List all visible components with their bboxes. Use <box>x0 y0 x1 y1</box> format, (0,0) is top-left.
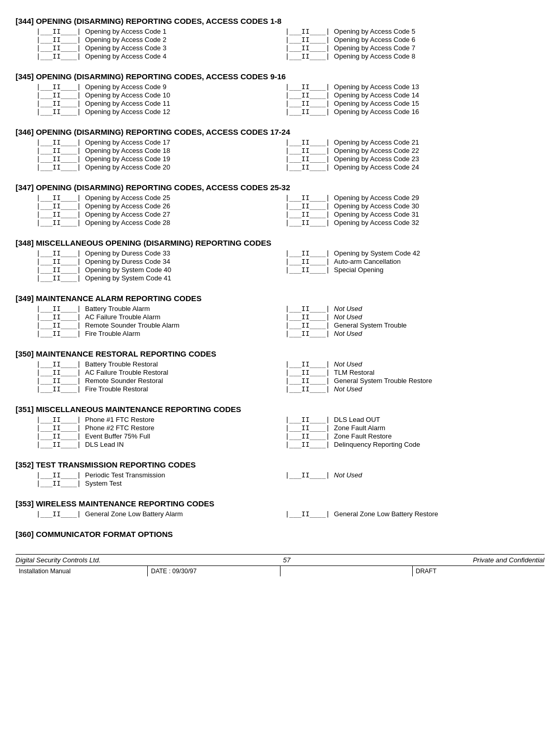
col-right: |___II____|TLM Restoral <box>285 369 534 376</box>
code-box-right: |___II____| <box>285 210 330 218</box>
section-body-350: |___II____|Battery Trouble Restoral|___I… <box>36 360 544 393</box>
entry-label-right: Opening by System Code 42 <box>334 249 420 257</box>
code-box-left: |___II____| <box>36 424 81 432</box>
entry-label-left: General Zone Low Battery Alarm <box>85 510 183 518</box>
table-row: |___II____|Opening by Access Code 11|___… <box>36 100 544 107</box>
section-title-345: [345] OPENING (DISARMING) REPORTING CODE… <box>16 72 544 81</box>
col-right: |___II____|General System Trouble Restor… <box>285 377 534 385</box>
code-box-left: |___II____| <box>36 258 81 265</box>
table-row: |___II____|Opening by Duress Code 33|___… <box>36 249 544 257</box>
code-box-right: |___II____| <box>285 258 330 265</box>
code-box-left: |___II____| <box>36 108 81 116</box>
entry-label-left: Opening by Access Code 19 <box>85 155 170 163</box>
code-box-right: |___II____| <box>285 194 330 202</box>
section-title-344: [344] OPENING (DISARMING) REPORTING CODE… <box>16 17 544 25</box>
col-right: |___II____|General System Trouble <box>285 321 534 329</box>
col-right: |___II____|DLS Lead OUT <box>285 416 534 423</box>
code-box-left: |___II____| <box>36 147 81 154</box>
col-right: |___II____|Opening by Access Code 31 <box>285 210 534 218</box>
section-body-344: |___II____|Opening by Access Code 1|___I… <box>36 27 544 60</box>
col-right: |___II____|Not Used <box>285 471 534 479</box>
table-row: |___II____|Opening by System Code 40|___… <box>36 266 544 274</box>
code-box-right: |___II____| <box>285 91 330 99</box>
footer-spacer-cell <box>281 566 413 576</box>
col-left: |___II____|Opening by Access Code 19 <box>36 155 285 163</box>
table-row: |___II____|System Test <box>36 479 544 487</box>
footer-confidential: Private and Confidential <box>473 556 544 564</box>
entry-label-right: Not Used <box>334 313 362 321</box>
section-body-346: |___II____|Opening by Access Code 17|___… <box>36 138 544 171</box>
entry-label-left: Remote Sounder Restoral <box>85 377 163 385</box>
entry-label-right: Opening by Access Code 13 <box>334 83 419 91</box>
footer-top: Digital Security Controls Ltd.57Private … <box>16 555 544 565</box>
entry-label-left: Opening by Access Code 26 <box>85 202 170 210</box>
table-row: |___II____|Remote Sounder Restoral|___II… <box>36 377 544 385</box>
table-row: |___II____|Opening by Access Code 10|___… <box>36 91 544 99</box>
entry-label-right: Opening by Access Code 32 <box>334 219 419 227</box>
section-title-349: [349] MAINTENANCE ALARM REPORTING CODES <box>16 294 544 303</box>
code-box-left: |___II____| <box>36 138 81 146</box>
entry-label-right: Opening by Access Code 16 <box>334 108 419 116</box>
code-box-left: |___II____| <box>36 163 81 171</box>
col-right: |___II____|Opening by Access Code 13 <box>285 83 534 91</box>
entry-label-right: Auto-arm Cancellation <box>334 258 401 265</box>
col-left: |___II____|Opening by Access Code 17 <box>36 138 285 146</box>
entry-label-right: Delinquency Reporting Code <box>334 441 420 448</box>
entry-label-right: Opening by Access Code 29 <box>334 194 419 202</box>
table-row: |___II____|Opening by Access Code 28|___… <box>36 219 544 227</box>
table-row: |___II____|Opening by Access Code 17|___… <box>36 138 544 146</box>
col-right: |___II____|Opening by Access Code 21 <box>285 138 534 146</box>
section-body-349: |___II____|Battery Trouble Alarm|___II__… <box>36 305 544 337</box>
table-row: |___II____|Opening by Access Code 9|___I… <box>36 83 544 91</box>
col-right: |___II____|Opening by Access Code 30 <box>285 202 534 210</box>
code-box-left: |___II____| <box>36 330 81 337</box>
col-right: |___II____|Opening by Access Code 7 <box>285 44 534 52</box>
entry-label-right: Opening by Access Code 5 <box>334 27 415 35</box>
table-row: |___II____|Phone #1 FTC Restore|___II___… <box>36 416 544 423</box>
section-title-352: [352] TEST TRANSMISSION REPORTING CODES <box>16 460 544 469</box>
col-left: |___II____|Opening by Access Code 28 <box>36 219 285 227</box>
code-box-right: |___II____| <box>285 330 330 337</box>
code-box-right: |___II____| <box>285 432 330 440</box>
section-title-348: [348] MISCELLANEOUS OPENING (DISARMING) … <box>16 238 544 247</box>
code-box-right: |___II____| <box>285 441 330 448</box>
code-box-right: |___II____| <box>285 424 330 432</box>
entry-label-left: Opening by Duress Code 33 <box>85 249 170 257</box>
col-left: |___II____|Opening by Access Code 26 <box>36 202 285 210</box>
section-body-348: |___II____|Opening by Duress Code 33|___… <box>36 249 544 282</box>
code-box-left: |___II____| <box>36 210 81 218</box>
table-row: |___II____|Fire Trouble Restoral|___II__… <box>36 385 544 393</box>
code-box-left: |___II____| <box>36 249 81 257</box>
col-left: |___II____|Opening by Access Code 1 <box>36 27 285 35</box>
col-left: |___II____|General Zone Low Battery Alar… <box>36 510 285 518</box>
table-row: |___II____|Opening by Duress Code 34|___… <box>36 258 544 265</box>
entry-label-right: Not Used <box>334 385 362 393</box>
entry-label-left: Opening by Access Code 9 <box>85 83 166 91</box>
footer: Digital Security Controls Ltd.57Private … <box>16 554 544 576</box>
entry-label-left: Opening by Access Code 1 <box>85 27 166 35</box>
col-right: |___II____|Opening by Access Code 22 <box>285 147 534 154</box>
col-right: |___II____|Not Used <box>285 313 534 321</box>
code-box-left: |___II____| <box>36 360 81 368</box>
footer-company: Digital Security Controls Ltd. <box>16 556 101 564</box>
entry-label-right: Opening by Access Code 7 <box>334 44 415 52</box>
col-right: |___II____|Not Used <box>285 305 534 313</box>
code-box-left: |___II____| <box>36 313 81 321</box>
col-left: |___II____|Opening by Access Code 3 <box>36 44 285 52</box>
code-box-left: |___II____| <box>36 44 81 52</box>
table-row: |___II____|Battery Trouble Alarm|___II__… <box>36 305 544 313</box>
entry-label-right: Opening by Access Code 21 <box>334 138 419 146</box>
entry-label-left: Opening by Access Code 27 <box>85 210 170 218</box>
section-title-360: [360] COMMUNICATOR FORMAT OPTIONS <box>16 530 544 539</box>
entry-label-left: Phone #1 FTC Restore <box>85 416 155 423</box>
entry-label-left: Opening by Access Code 12 <box>85 108 170 116</box>
col-right: |___II____|Opening by Access Code 8 <box>285 52 534 60</box>
entry-label-right: Opening by Access Code 24 <box>334 163 419 171</box>
entry-label-left: Opening by System Code 40 <box>85 266 171 274</box>
code-box-left: |___II____| <box>36 385 81 393</box>
code-box-right: |___II____| <box>285 27 330 35</box>
code-box-right: |___II____| <box>285 266 330 274</box>
table-row: |___II____|Opening by Access Code 1|___I… <box>36 27 544 35</box>
code-box-right: |___II____| <box>285 83 330 91</box>
entry-label-right: Not Used <box>334 360 362 368</box>
